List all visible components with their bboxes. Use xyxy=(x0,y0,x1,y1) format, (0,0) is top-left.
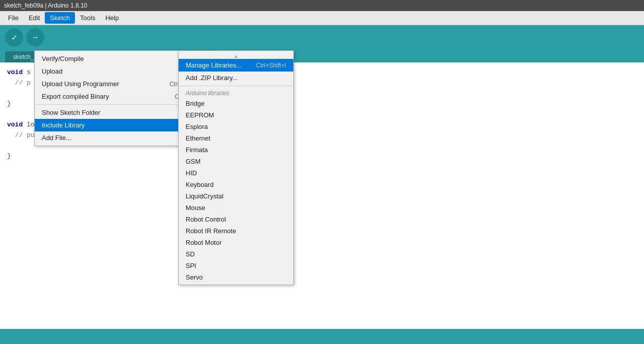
submenu-arrow-up: ▲ xyxy=(179,52,293,59)
lib-robot-motor[interactable]: Robot Motor xyxy=(179,237,293,248)
lib-liquidcrystal[interactable]: LiquidCrystal xyxy=(179,190,293,202)
include-library-submenu: ▲ Manage Libraries... Ctrl+Shift+I Add .… xyxy=(178,50,294,285)
menu-help[interactable]: Help xyxy=(100,12,124,24)
lib-spi[interactable]: SPI xyxy=(179,260,293,271)
title-bar: sketch_feb09a | Arduino 1.8.10 xyxy=(0,0,644,11)
lib-mouse[interactable]: Mouse xyxy=(179,202,293,214)
menu-edit[interactable]: Edit xyxy=(24,12,45,24)
lib-keyboard[interactable]: Keyboard xyxy=(179,179,293,190)
lib-hid[interactable]: HID xyxy=(179,167,293,179)
lib-ethernet[interactable]: Ethernet xyxy=(179,132,293,144)
lib-sd[interactable]: SD xyxy=(179,248,293,260)
lib-bridge[interactable]: Bridge xyxy=(179,98,293,109)
manage-libraries-item[interactable]: Manage Libraries... Ctrl+Shift+I xyxy=(179,59,293,72)
dropdown-overlay: Verify/Compile Ctrl+R Upload Ctrl+U Uplo… xyxy=(0,25,644,344)
menu-file[interactable]: File xyxy=(3,12,24,24)
lib-eeprom[interactable]: EEPROM xyxy=(179,109,293,121)
menu-sketch[interactable]: Sketch xyxy=(45,12,75,24)
arduino-libraries-label: Arduino libraries xyxy=(179,88,293,98)
menu-bar: File Edit Sketch Tools Help xyxy=(0,11,644,25)
lib-gsm[interactable]: GSM xyxy=(179,156,293,167)
lib-firmata[interactable]: Firmata xyxy=(179,144,293,156)
add-zip-item[interactable]: Add .ZIP Library... xyxy=(179,72,293,84)
title-text: sketch_feb09a | Arduino 1.8.10 xyxy=(4,2,87,9)
lib-robot-ir-remote[interactable]: Robot IR Remote xyxy=(179,225,293,237)
menu-tools[interactable]: Tools xyxy=(75,12,100,24)
lib-esplora[interactable]: Esplora xyxy=(179,121,293,132)
submenu-divider xyxy=(179,86,293,86)
lib-robot-control[interactable]: Robot Control xyxy=(179,214,293,225)
lib-servo[interactable]: Servo xyxy=(179,271,293,283)
